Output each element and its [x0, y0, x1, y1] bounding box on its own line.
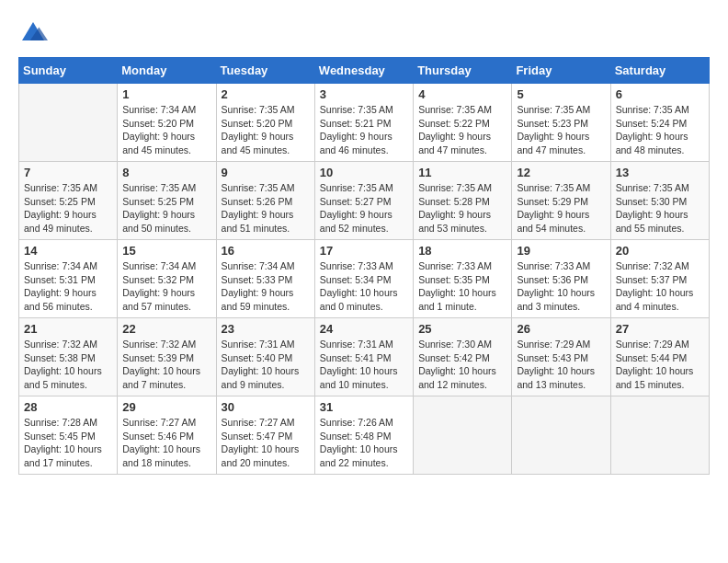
day-number: 21 [24, 322, 112, 336]
calendar-cell [512, 396, 610, 475]
day-number: 31 [320, 400, 408, 414]
logo-icon [18, 18, 48, 48]
day-info: Sunrise: 7:35 AMSunset: 5:22 PMDaylight:… [418, 103, 506, 157]
day-number: 29 [122, 400, 210, 414]
day-number: 20 [616, 244, 704, 258]
calendar-cell: 1 Sunrise: 7:34 AMSunset: 5:20 PMDayligh… [118, 84, 216, 162]
day-info: Sunrise: 7:29 AMSunset: 5:43 PMDaylight:… [517, 338, 605, 392]
calendar-cell: 16 Sunrise: 7:34 AMSunset: 5:33 PMDaylig… [216, 240, 314, 318]
day-number: 9 [222, 166, 310, 179]
calendar-cell: 7 Sunrise: 7:35 AMSunset: 5:25 PMDayligh… [19, 162, 118, 240]
day-info: Sunrise: 7:29 AMSunset: 5:44 PMDaylight:… [616, 338, 704, 392]
calendar-cell: 24 Sunrise: 7:31 AMSunset: 5:41 PMDaylig… [314, 318, 413, 396]
calendar-cell: 6 Sunrise: 7:35 AMSunset: 5:24 PMDayligh… [610, 84, 709, 162]
day-number: 30 [222, 400, 310, 414]
day-info: Sunrise: 7:27 AMSunset: 5:47 PMDaylight:… [222, 416, 310, 470]
day-number: 18 [418, 244, 506, 258]
day-number: 22 [122, 322, 210, 336]
day-info: Sunrise: 7:31 AMSunset: 5:40 PMDaylight:… [222, 338, 310, 392]
day-number: 14 [24, 244, 112, 258]
calendar-table: SundayMondayTuesdayWednesdayThursdayFrid… [18, 57, 710, 475]
calendar-cell: 25 Sunrise: 7:30 AMSunset: 5:42 PMDaylig… [414, 318, 512, 396]
day-number: 4 [418, 87, 506, 101]
calendar-cell: 4 Sunrise: 7:35 AMSunset: 5:22 PMDayligh… [414, 84, 512, 162]
day-info: Sunrise: 7:34 AMSunset: 5:32 PMDaylight:… [122, 259, 210, 314]
day-of-week-header: Thursday [414, 58, 512, 84]
day-number: 16 [222, 244, 310, 258]
calendar-cell: 3 Sunrise: 7:35 AMSunset: 5:21 PMDayligh… [314, 84, 413, 162]
day-number: 6 [616, 87, 704, 101]
day-of-week-header: Saturday [610, 58, 709, 84]
calendar-cell: 19 Sunrise: 7:33 AMSunset: 5:36 PMDaylig… [512, 240, 610, 318]
day-number: 27 [616, 322, 704, 336]
day-number: 7 [24, 166, 112, 179]
day-info: Sunrise: 7:34 AMSunset: 5:33 PMDaylight:… [222, 259, 310, 314]
day-number: 13 [616, 166, 704, 179]
page-header [18, 18, 710, 48]
day-number: 8 [122, 166, 210, 179]
day-info: Sunrise: 7:35 AMSunset: 5:27 PMDaylight:… [320, 181, 408, 236]
calendar-cell: 2 Sunrise: 7:35 AMSunset: 5:20 PMDayligh… [216, 84, 314, 162]
day-info: Sunrise: 7:35 AMSunset: 5:28 PMDaylight:… [418, 181, 506, 236]
calendar-cell: 26 Sunrise: 7:29 AMSunset: 5:43 PMDaylig… [512, 318, 610, 396]
calendar-cell: 18 Sunrise: 7:33 AMSunset: 5:35 PMDaylig… [414, 240, 512, 318]
day-of-week-header: Sunday [19, 58, 118, 84]
calendar-cell [19, 84, 118, 162]
calendar-cell [414, 396, 512, 475]
day-info: Sunrise: 7:31 AMSunset: 5:41 PMDaylight:… [320, 338, 408, 392]
day-of-week-header: Wednesday [314, 58, 413, 84]
calendar-cell: 14 Sunrise: 7:34 AMSunset: 5:31 PMDaylig… [19, 240, 118, 318]
calendar-cell: 23 Sunrise: 7:31 AMSunset: 5:40 PMDaylig… [216, 318, 314, 396]
calendar-cell: 28 Sunrise: 7:28 AMSunset: 5:45 PMDaylig… [19, 396, 118, 475]
day-info: Sunrise: 7:35 AMSunset: 5:25 PMDaylight:… [24, 181, 112, 236]
day-number: 28 [24, 400, 112, 414]
day-number: 17 [320, 244, 408, 258]
calendar-cell: 20 Sunrise: 7:32 AMSunset: 5:37 PMDaylig… [610, 240, 709, 318]
day-info: Sunrise: 7:32 AMSunset: 5:38 PMDaylight:… [24, 338, 112, 392]
day-number: 1 [122, 87, 210, 101]
day-info: Sunrise: 7:30 AMSunset: 5:42 PMDaylight:… [418, 338, 506, 392]
day-number: 23 [222, 322, 310, 336]
calendar-cell [610, 396, 709, 475]
day-info: Sunrise: 7:34 AMSunset: 5:31 PMDaylight:… [24, 259, 112, 314]
logo [18, 18, 51, 48]
day-number: 19 [517, 244, 605, 258]
day-info: Sunrise: 7:32 AMSunset: 5:37 PMDaylight:… [616, 259, 704, 314]
day-info: Sunrise: 7:28 AMSunset: 5:45 PMDaylight:… [24, 416, 112, 470]
day-of-week-header: Monday [118, 58, 216, 84]
calendar-cell: 11 Sunrise: 7:35 AMSunset: 5:28 PMDaylig… [414, 162, 512, 240]
day-info: Sunrise: 7:35 AMSunset: 5:26 PMDaylight:… [222, 181, 310, 236]
day-info: Sunrise: 7:35 AMSunset: 5:20 PMDaylight:… [222, 103, 310, 157]
calendar-cell: 30 Sunrise: 7:27 AMSunset: 5:47 PMDaylig… [216, 396, 314, 475]
calendar-cell: 12 Sunrise: 7:35 AMSunset: 5:29 PMDaylig… [512, 162, 610, 240]
calendar-cell: 5 Sunrise: 7:35 AMSunset: 5:23 PMDayligh… [512, 84, 610, 162]
day-info: Sunrise: 7:26 AMSunset: 5:48 PMDaylight:… [320, 416, 408, 470]
day-info: Sunrise: 7:32 AMSunset: 5:39 PMDaylight:… [122, 338, 210, 392]
day-number: 10 [320, 166, 408, 179]
calendar-cell: 31 Sunrise: 7:26 AMSunset: 5:48 PMDaylig… [314, 396, 413, 475]
calendar-cell: 29 Sunrise: 7:27 AMSunset: 5:46 PMDaylig… [118, 396, 216, 475]
day-number: 24 [320, 322, 408, 336]
calendar-cell: 9 Sunrise: 7:35 AMSunset: 5:26 PMDayligh… [216, 162, 314, 240]
calendar-cell: 8 Sunrise: 7:35 AMSunset: 5:25 PMDayligh… [118, 162, 216, 240]
day-info: Sunrise: 7:33 AMSunset: 5:34 PMDaylight:… [320, 259, 408, 314]
day-number: 11 [418, 166, 506, 179]
calendar-cell: 10 Sunrise: 7:35 AMSunset: 5:27 PMDaylig… [314, 162, 413, 240]
calendar-cell: 13 Sunrise: 7:35 AMSunset: 5:30 PMDaylig… [610, 162, 709, 240]
calendar-cell: 27 Sunrise: 7:29 AMSunset: 5:44 PMDaylig… [610, 318, 709, 396]
day-info: Sunrise: 7:35 AMSunset: 5:29 PMDaylight:… [517, 181, 605, 236]
day-info: Sunrise: 7:35 AMSunset: 5:21 PMDaylight:… [320, 103, 408, 157]
calendar-cell: 22 Sunrise: 7:32 AMSunset: 5:39 PMDaylig… [118, 318, 216, 396]
day-of-week-header: Tuesday [216, 58, 314, 84]
day-number: 26 [517, 322, 605, 336]
day-info: Sunrise: 7:34 AMSunset: 5:20 PMDaylight:… [122, 103, 210, 157]
calendar-cell: 17 Sunrise: 7:33 AMSunset: 5:34 PMDaylig… [314, 240, 413, 318]
calendar-cell: 21 Sunrise: 7:32 AMSunset: 5:38 PMDaylig… [19, 318, 118, 396]
day-info: Sunrise: 7:27 AMSunset: 5:46 PMDaylight:… [122, 416, 210, 470]
day-info: Sunrise: 7:35 AMSunset: 5:24 PMDaylight:… [616, 103, 704, 157]
day-number: 5 [517, 87, 605, 101]
day-info: Sunrise: 7:33 AMSunset: 5:35 PMDaylight:… [418, 259, 506, 314]
day-info: Sunrise: 7:33 AMSunset: 5:36 PMDaylight:… [517, 259, 605, 314]
calendar-cell: 15 Sunrise: 7:34 AMSunset: 5:32 PMDaylig… [118, 240, 216, 318]
day-number: 15 [122, 244, 210, 258]
